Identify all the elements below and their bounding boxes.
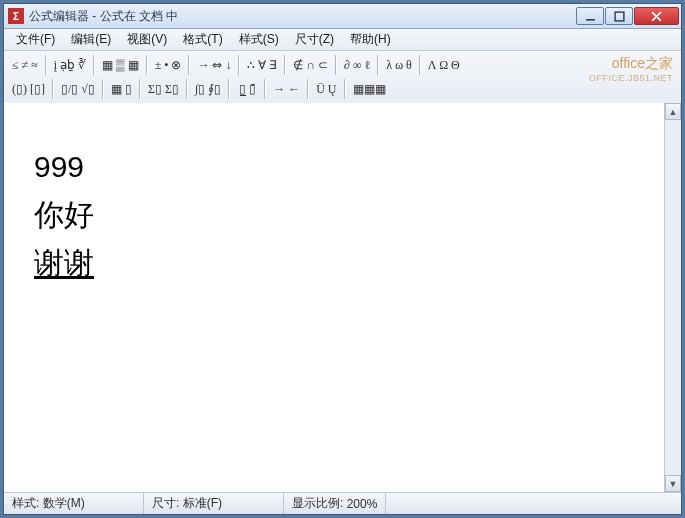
menu-style[interactable]: 样式(S) [231, 29, 287, 50]
tb-greek-upper[interactable]: Λ Ω Θ [424, 54, 464, 76]
watermark: office之家 OFFICE.JB51.NET [589, 55, 673, 83]
status-zoom-label: 显示比例: [292, 495, 343, 512]
toolbar-row-2: (▯) [▯] ▯/▯ √▯ ▦ ▯ Σ▯ Σ▯ ∫▯ ∮▯ ▯̲ ▯̄ → ←… [8, 77, 677, 101]
toolbar: office之家 OFFICE.JB51.NET ≤ ≠ ≈ į ạḇ ∛ ▦ … [4, 51, 681, 104]
status-size: 尺寸: 标准(F) [144, 493, 284, 514]
status-zoom-value: 200% [347, 497, 378, 511]
tb-greek-lower[interactable]: λ ω θ [382, 54, 415, 76]
tb-logic[interactable]: ∴ ∀ ∃ [243, 54, 281, 76]
menu-size[interactable]: 尺寸(Z) [287, 29, 342, 50]
line-3: 谢谢 [34, 239, 634, 287]
menubar: 文件(F) 编辑(E) 视图(V) 格式(T) 样式(S) 尺寸(Z) 帮助(H… [4, 29, 681, 51]
tb-operators[interactable]: ± • ⊗ [151, 54, 186, 76]
svg-rect-1 [615, 12, 624, 21]
tb-sets[interactable]: ∉ ∩ ⊂ [289, 54, 332, 76]
toolbar-row-1: ≤ ≠ ≈ į ạḇ ∛ ▦ ▒ ▦ ± • ⊗ → ⇔ ↓ ∴ ∀ ∃ ∉ ∩… [8, 53, 677, 77]
app-icon: Σ [8, 8, 24, 24]
statusbar: 样式: 数学(M) 尺寸: 标准(F) 显示比例: 200% [4, 492, 681, 514]
content-area: 999 你好 谢谢 ▲ ▼ [4, 103, 681, 492]
menu-view[interactable]: 视图(V) [119, 29, 175, 50]
line-2: 你好 [34, 191, 634, 239]
line-1: 999 [34, 143, 634, 191]
tb-matrices[interactable]: ▦▦▦ [349, 78, 390, 100]
scroll-down-button[interactable]: ▼ [665, 475, 681, 492]
app-window: Σ 公式编辑器 - 公式在 文档 中 文件(F) 编辑(E) 视图(V) 格式(… [3, 3, 682, 515]
tb-spaces[interactable]: ▦ ▒ ▦ [98, 54, 143, 76]
tb-fences[interactable]: (▯) [▯] [8, 78, 49, 100]
tb-underover[interactable]: ▯̲ ▯̄ [233, 78, 261, 100]
tb-sums[interactable]: Σ▯ Σ▯ [144, 78, 183, 100]
status-style-label: 样式: [12, 495, 39, 512]
scroll-track[interactable] [665, 120, 681, 475]
minimize-button[interactable] [576, 7, 604, 25]
menu-edit[interactable]: 编辑(E) [63, 29, 119, 50]
window-title: 公式编辑器 - 公式在 文档 中 [29, 8, 576, 25]
tb-integrals[interactable]: ∫▯ ∮▯ [191, 78, 225, 100]
status-style-value: 数学(M) [43, 495, 85, 512]
tb-subsup[interactable]: ▦ ▯ [107, 78, 136, 100]
close-button[interactable] [634, 7, 679, 25]
vertical-scrollbar[interactable]: ▲ ▼ [664, 103, 681, 492]
menu-format[interactable]: 格式(T) [175, 29, 230, 50]
maximize-button[interactable] [605, 7, 633, 25]
tb-products[interactable]: Ū Ų [312, 78, 340, 100]
tb-fractions[interactable]: ▯/▯ √▯ [57, 78, 99, 100]
menu-help[interactable]: 帮助(H) [342, 29, 399, 50]
tb-labeled-arrows[interactable]: → ← [269, 78, 304, 100]
tb-embellish[interactable]: į ạḇ ∛ [50, 54, 90, 76]
status-size-label: 尺寸: [152, 495, 179, 512]
scroll-up-button[interactable]: ▲ [665, 103, 681, 120]
editor-canvas[interactable]: 999 你好 谢谢 [4, 103, 664, 492]
status-size-value: 标准(F) [183, 495, 222, 512]
titlebar[interactable]: Σ 公式编辑器 - 公式在 文档 中 [4, 4, 681, 29]
watermark-main: office之家 [589, 55, 673, 73]
watermark-sub: OFFICE.JB51.NET [589, 73, 673, 83]
tb-misc[interactable]: ∂ ∞ ℓ [340, 54, 374, 76]
status-style: 样式: 数学(M) [4, 493, 144, 514]
tb-arrows[interactable]: → ⇔ ↓ [193, 54, 235, 76]
window-buttons [576, 7, 679, 25]
menu-file[interactable]: 文件(F) [8, 29, 63, 50]
tb-relations[interactable]: ≤ ≠ ≈ [8, 54, 42, 76]
status-zoom: 显示比例: 200% [284, 493, 386, 514]
